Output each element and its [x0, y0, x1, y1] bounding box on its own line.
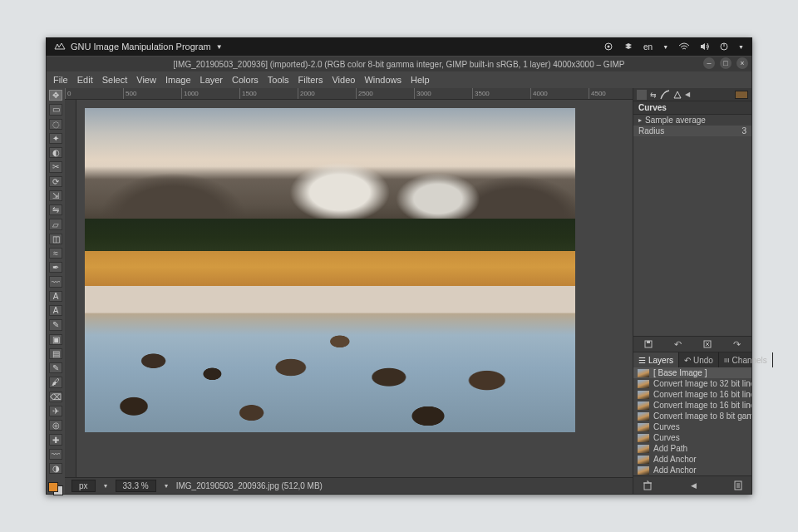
history-item[interactable]: Add Anchor	[633, 465, 751, 475]
dock-preview-swatch[interactable]	[735, 91, 748, 99]
tool-crop[interactable]: ✂	[49, 161, 62, 172]
tab-channels[interactable]: IIIChannels	[719, 352, 773, 367]
menu-bar: FileEditSelectViewImageLayerColorsToolsF…	[47, 71, 751, 88]
tool-dodge[interactable]: ◑	[49, 463, 62, 474]
tool-ink[interactable]: ✒	[49, 262, 62, 273]
tool-color-select[interactable]: ◐	[49, 147, 62, 158]
tool-cage[interactable]: ◫	[49, 234, 62, 244]
menu-video[interactable]: Video	[328, 73, 358, 86]
tool-paint[interactable]: 🖌	[49, 377, 62, 387]
tool-flip[interactable]: ⇋	[49, 204, 62, 215]
history-clear-icon[interactable]	[642, 480, 653, 490]
panel-save-icon[interactable]	[642, 337, 655, 351]
window-close-button[interactable]: ×	[736, 57, 748, 69]
tab-layers[interactable]: ☰Layers	[633, 352, 679, 367]
history-item[interactable]: Add Path	[633, 443, 751, 454]
dock-chevron-icon[interactable]: ◀	[685, 91, 690, 98]
canvas-viewport[interactable]	[76, 100, 633, 477]
tray-dropbox-icon[interactable]	[623, 42, 633, 52]
canvas-image[interactable]	[85, 108, 575, 432]
history-item-label: Curves	[653, 433, 680, 442]
panel-delete-icon[interactable]	[701, 337, 714, 351]
history-item[interactable]: Curves	[633, 432, 751, 443]
tool-clone[interactable]: ◎	[49, 420, 62, 431]
window-maximize-button[interactable]: □	[720, 57, 732, 69]
history-item[interactable]: Convert Image to 8 bit gamma	[633, 411, 751, 421]
unit-chevron-icon[interactable]: ▾	[104, 482, 107, 490]
tool-text2[interactable]: A	[49, 305, 62, 316]
history-item[interactable]: Convert Image to 32 bit linear	[633, 378, 751, 389]
color-swatch[interactable]	[48, 482, 63, 494]
tool-gradient[interactable]: ▤	[49, 348, 62, 359]
tool-rect-select[interactable]: ▭	[49, 104, 62, 115]
zoom-chevron-icon[interactable]: ▾	[165, 482, 168, 490]
dock-arrows-icon[interactable]: ⇆	[650, 91, 657, 99]
window-minimize-button[interactable]: –	[703, 57, 715, 69]
menu-image[interactable]: Image	[162, 73, 195, 86]
history-item-label: Convert Image to 16 bit linear	[653, 401, 751, 410]
history-item[interactable]: Curves	[633, 421, 751, 432]
menu-colors[interactable]: Colors	[229, 73, 262, 86]
history-item-label: Convert Image to 8 bit gamma	[653, 411, 751, 421]
history-head: [ Base Image ]	[653, 368, 707, 377]
tray-wifi-icon[interactable]	[678, 42, 690, 51]
history-item[interactable]: Convert Image to 16 bit linear	[633, 389, 751, 400]
history-thumb-icon	[638, 401, 649, 410]
tray-volume-icon[interactable]	[700, 42, 710, 51]
unit-selector[interactable]: px	[71, 480, 96, 492]
zoom-display[interactable]: 33.3 %	[116, 480, 156, 492]
ruler-horizontal: 0500100015002000250030003500400045005000…	[65, 88, 633, 100]
tray-lang[interactable]: en	[643, 42, 653, 52]
panel-redo-icon[interactable]: ↷	[730, 337, 743, 351]
history-doc-icon[interactable]	[733, 480, 743, 490]
history-thumb-icon	[638, 456, 649, 464]
dock-icon-1[interactable]	[637, 90, 647, 100]
sample-average-row[interactable]: ▸ Sample average	[633, 115, 751, 126]
history-item-head[interactable]: [ Base Image ]	[633, 367, 751, 378]
menu-layer[interactable]: Layer	[197, 73, 227, 86]
radius-row[interactable]: Radius 3	[633, 126, 751, 136]
tool-text[interactable]: A	[49, 291, 62, 302]
dock-curves-icon[interactable]	[660, 90, 670, 100]
tool-heal[interactable]: ✚	[49, 434, 62, 445]
tool-fuzzy-select[interactable]: ✦	[49, 133, 62, 144]
tool-rotate[interactable]: ⟳	[49, 176, 62, 187]
window-title: [IMG_20190503_200936] (imported)-2.0 (RG…	[174, 60, 625, 69]
tool-airbrush[interactable]: ✈	[49, 406, 62, 416]
history-item[interactable]: Add Anchor	[633, 454, 751, 465]
tool-move[interactable]: ✥	[49, 90, 62, 101]
app-menu-chevron-icon[interactable]: ▼	[216, 43, 223, 51]
panel-curves-title: Curves	[633, 101, 751, 115]
panel-undo-icon[interactable]: ↶	[671, 337, 684, 351]
panel-menu-icon[interactable]: ◀	[691, 481, 697, 490]
tool-perspective[interactable]: ▱	[49, 219, 62, 229]
history-item[interactable]: Convert Image to 16 bit linear	[633, 400, 751, 411]
tray-chevron2-icon: ▼	[738, 44, 744, 50]
tool-scale[interactable]: ⇲	[49, 190, 62, 201]
tool-free-select[interactable]: ◌	[49, 119, 62, 130]
menu-view[interactable]: View	[133, 73, 160, 86]
menu-filters[interactable]: Filters	[295, 73, 327, 86]
tool-erase[interactable]: ⌫	[49, 392, 62, 402]
tray-record-icon[interactable]	[603, 42, 613, 52]
dock-triangle-icon[interactable]	[673, 91, 682, 99]
history-item-label: Curves	[653, 422, 680, 431]
toolbox: ✥▭◌✦◐✂⟳⇲⇋▱◫≈✒〰AA✎▣▤✎🖌⌫✈◎✚〰◑	[47, 88, 65, 494]
tool-smudge[interactable]: 〰	[49, 449, 62, 460]
menu-tools[interactable]: Tools	[264, 73, 293, 86]
tool-pencil[interactable]: ✎	[49, 362, 62, 373]
history-thumb-icon	[638, 391, 649, 399]
tool-pick[interactable]: ✎	[49, 319, 62, 330]
history-thumb-icon	[638, 380, 649, 388]
menu-file[interactable]: File	[50, 73, 71, 86]
radius-value: 3	[741, 126, 746, 135]
menu-select[interactable]: Select	[99, 73, 131, 86]
tray-power-icon[interactable]	[720, 42, 728, 51]
tool-bucket[interactable]: ▣	[49, 334, 62, 345]
tab-undo[interactable]: ↶Undo	[679, 352, 719, 367]
menu-edit[interactable]: Edit	[74, 73, 96, 86]
tool-warp[interactable]: ≈	[49, 248, 62, 259]
tool-paths[interactable]: 〰	[49, 276, 62, 287]
menu-help[interactable]: Help	[407, 73, 433, 86]
menu-windows[interactable]: Windows	[361, 73, 405, 86]
